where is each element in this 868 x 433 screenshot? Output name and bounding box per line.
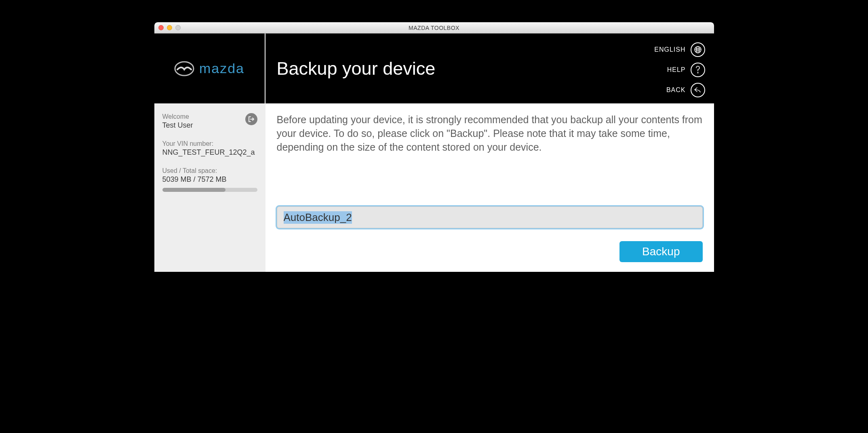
globe-icon bbox=[691, 42, 705, 57]
help-label: HELP bbox=[667, 66, 686, 74]
close-icon[interactable] bbox=[158, 25, 164, 30]
vin-value: NNG_TEST_FEUR_12Q2_a bbox=[162, 148, 257, 157]
window-title: MAZDA TOOLBOX bbox=[154, 25, 714, 31]
storage-bar-fill bbox=[162, 188, 225, 192]
logout-button[interactable] bbox=[245, 113, 257, 125]
backup-button[interactable]: Backup bbox=[619, 241, 702, 262]
logo-text: mazda bbox=[199, 61, 244, 76]
svg-point-4 bbox=[697, 72, 698, 73]
app-header: mazda Backup your device ENGLISH bbox=[154, 34, 714, 103]
window-controls bbox=[158, 25, 181, 30]
back-label: BACK bbox=[666, 86, 686, 94]
instructions-text: Before updating your device, it is stron… bbox=[277, 113, 703, 154]
back-arrow-icon bbox=[691, 83, 705, 97]
storage-bar bbox=[162, 188, 257, 192]
logo-area: mazda bbox=[154, 34, 265, 103]
header-main: Backup your device bbox=[265, 34, 714, 103]
language-button[interactable]: ENGLISH bbox=[654, 42, 705, 57]
window-titlebar: MAZDA TOOLBOX bbox=[154, 22, 714, 34]
backup-form: Backup bbox=[277, 206, 703, 262]
header-actions: ENGLISH HELP bbox=[654, 42, 705, 97]
help-button[interactable]: HELP bbox=[667, 63, 705, 77]
question-icon bbox=[691, 63, 705, 77]
mazda-logo: mazda bbox=[174, 61, 244, 77]
app-body: mazda Backup your device ENGLISH bbox=[154, 34, 714, 272]
back-button[interactable]: BACK bbox=[666, 83, 705, 97]
zoom-icon[interactable] bbox=[175, 25, 181, 30]
app-window: MAZDA TOOLBOX mazda Backup your device E… bbox=[154, 22, 714, 272]
space-value: 5039 MB / 7572 MB bbox=[162, 175, 257, 184]
page-title: Backup your device bbox=[277, 58, 436, 79]
vin-label: Your VIN number: bbox=[162, 140, 257, 147]
logout-icon bbox=[248, 116, 255, 122]
language-label: ENGLISH bbox=[654, 46, 685, 53]
sidebar: Welcome Test User Your VIN number: NNG_T… bbox=[154, 103, 265, 272]
content: Before updating your device, it is stron… bbox=[265, 103, 714, 272]
minimize-icon[interactable] bbox=[167, 25, 172, 30]
body: Welcome Test User Your VIN number: NNG_T… bbox=[154, 103, 714, 272]
welcome-label: Welcome bbox=[162, 113, 257, 120]
username: Test User bbox=[162, 121, 257, 130]
mazda-wings-icon bbox=[174, 61, 194, 77]
space-label: Used / Total space: bbox=[162, 167, 257, 174]
button-row: Backup bbox=[277, 241, 703, 262]
backup-name-input[interactable] bbox=[277, 206, 703, 228]
